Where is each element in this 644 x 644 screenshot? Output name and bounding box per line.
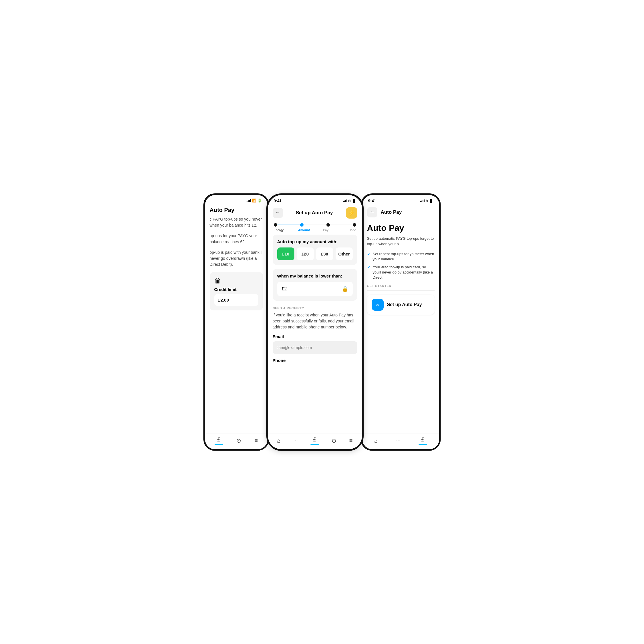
tab-menu-center[interactable]: ≡ [349,437,353,444]
progress-steps: Energy Amount Pay Done [268,221,362,235]
back-icon-center: ← [275,210,280,216]
credit-section: 🗑 Credit limit £2.00 [210,272,263,310]
home-icon-right: ⌂ [374,437,378,444]
right-body: Auto Pay Set up automatic PAYG top-ups f… [362,220,439,433]
back-icon-right: ← [370,209,375,215]
action-button-center[interactable]: ⚡ [346,207,357,219]
amount-buttons: £10 £20 £30 Other [277,247,353,260]
nav-title-left: Auto Pay [210,207,235,213]
payment-icon-center: £ [313,436,316,443]
tab-indicator-right [419,444,427,445]
setup-btn-label: Set up Auto Pay [387,302,422,307]
balance-input-row: £2 🔒 [277,282,353,296]
setup-auto-pay-button[interactable]: ∞ Set up Auto Pay [367,295,435,315]
amount-10[interactable]: £10 [277,247,294,260]
step-label-energy: Energy [274,228,291,232]
tab-payment-right[interactable]: £ [419,436,427,445]
divider [367,290,435,291]
battery-icon-right: ▐▌ [429,199,433,203]
left-desc1: c PAYG top-ups so you never when your ba… [210,216,263,228]
amount-20[interactable]: £20 [297,247,314,260]
auto-pay-title: Auto Pay [367,223,435,233]
tab-home-center[interactable]: ⌂ [277,437,281,444]
amount-30[interactable]: £30 [316,247,333,260]
left-desc2: op-ups for your PAYG your balance reache… [210,233,263,245]
nav-title-right: Auto Pay [381,209,402,215]
credit-label: Credit limit [214,287,258,292]
auto-pay-description: Set up automatic PAYG top-ups forget to … [367,236,435,247]
back-button-right[interactable]: ← [367,207,377,217]
check-item-1: ✓ Set repeat top-ups for yo meter when y… [367,251,435,262]
status-bar-center: 9:41 ⎘ ▐▌ [268,195,362,205]
trash-icon: 🗑 [214,277,258,285]
checkmark-icon-2: ✓ [367,265,370,280]
right-phone: 9:41 ⎘ ▐▌ ← Auto Pay Auto Pay Set up [361,193,441,451]
tab-menu[interactable]: ≡ [255,437,258,444]
step-dot-done [353,223,356,227]
status-time-center: 9:41 [274,199,282,203]
tab-indicator [215,444,223,445]
amount-card-title: Auto top-up my account with: [277,239,353,244]
nav-bar-center: ← Set up Auto Pay ⚡ [268,205,362,221]
journey-icon-right: ⋯ [396,438,401,443]
help-icon: ⊙ [236,437,241,444]
step-label-pay: Pay [317,228,334,232]
step-line-2 [304,225,326,225]
receipt-description: If you'd like a receipt when your Auto P… [273,312,357,330]
home-icon-center: ⌂ [277,437,281,444]
tab-journey-right[interactable]: ⋯ [396,438,401,443]
help-icon-center: ⊙ [332,437,336,444]
lightning-icon: ⚡ [348,209,355,216]
step-dot-energy [274,223,277,227]
status-bar-right: 9:41 ⎘ ▐▌ [362,195,439,205]
signal-icon-center [343,199,347,202]
battery-icon-center: ▐▌ [352,199,356,203]
step-line-3 [330,225,353,225]
tab-bar-right: ⌂ ⋯ £ [362,433,439,449]
tab-home-right[interactable]: ⌂ [374,437,378,444]
get-started-label: GET STARTED [367,284,435,288]
battery-icon: 🔋 [257,199,262,203]
menu-icon: ≡ [255,437,258,444]
nav-title-center: Set up Auto Pay [296,210,333,216]
status-icons-left: 📶 🔋 [247,199,262,203]
status-bar-left: 9:41 📶 🔋 [205,195,267,205]
back-button-center[interactable]: ← [273,208,283,218]
tab-payment-center[interactable]: £ [310,436,319,445]
tab-payment[interactable]: £ [215,436,223,445]
credit-value: £2.00 [214,294,258,306]
nav-bar-left: Auto Pay [205,205,267,216]
menu-icon-center: ≡ [349,437,353,444]
left-phone: 9:41 📶 🔋 Auto Pay c PAYG top-ups so you … [203,193,269,451]
payment-icon-right: £ [421,436,424,443]
checkmark-icon-1: ✓ [367,251,370,262]
amount-other[interactable]: Other [336,247,353,260]
status-icons-right: ⎘ ▐▌ [420,199,433,203]
nav-bar-right: ← Auto Pay [362,205,439,220]
receipt-section: NEED A RECEIPT? If you'd like a receipt … [273,305,357,368]
phone-label: Phone [273,358,357,363]
tab-help[interactable]: ⊙ [236,437,241,444]
center-content: Auto top-up my account with: £10 £20 £30… [268,235,362,433]
step-label-amount: Amount [296,228,313,232]
balance-card-title: When my balance is lower than: [277,274,353,278]
tab-indicator-center [310,444,319,445]
check-item-2: ✓ Your auto top-up is paid card, so you'… [367,265,435,280]
status-time-right: 9:41 [368,199,376,203]
check-text-2: Your auto top-up is paid card, so you'll… [373,265,435,280]
email-input[interactable] [273,341,357,354]
signal-icon-right [420,199,425,202]
signal-icon [247,199,251,202]
step-line-1 [277,225,300,225]
step-dot-pay [326,223,330,227]
left-desc3: op-up is paid with your bank ll never go… [210,249,263,267]
tab-help-center[interactable]: ⊙ [332,437,336,444]
tab-journey-center[interactable]: ⋯ [293,438,298,443]
balance-card: When my balance is lower than: £2 🔒 [273,269,357,301]
step-dot-amount [300,223,304,227]
payment-icon: £ [217,436,220,443]
wifi-icon-right: ⎘ [426,199,428,203]
wifi-icon-center: ⎘ [348,199,350,203]
wifi-icon: 📶 [252,199,256,203]
step-label-done: Done [339,228,356,232]
